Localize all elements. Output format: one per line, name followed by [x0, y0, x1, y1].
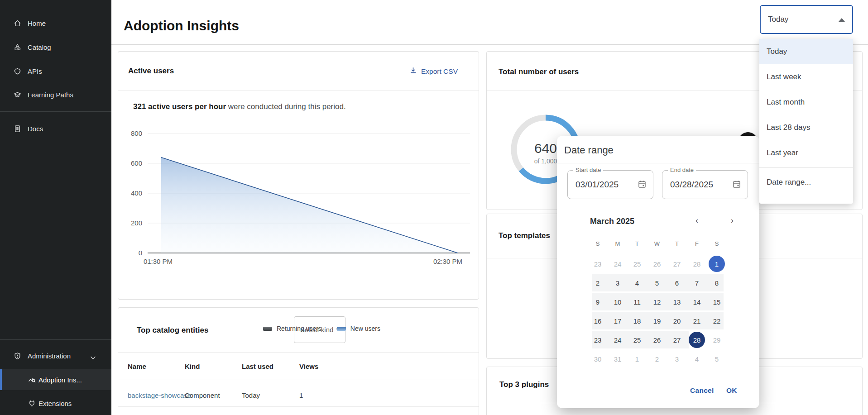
calendar-day-8[interactable]: 8: [709, 275, 725, 291]
calendar-day-12[interactable]: 12: [649, 294, 665, 310]
sidebar-item-learning-paths[interactable]: Learning Paths: [0, 87, 111, 102]
menu-item-last-week[interactable]: Last week: [759, 64, 853, 90]
sidebar-item-extensions[interactable]: Extensions: [0, 396, 111, 410]
sidebar-item-home[interactable]: Home: [0, 16, 111, 30]
calendar-icon[interactable]: [638, 180, 647, 191]
calendar-day-29[interactable]: 29: [709, 332, 725, 348]
previous-month-icon[interactable]: ‹: [695, 216, 698, 225]
calendar-day-23[interactable]: 23: [590, 332, 606, 348]
apis-icon: [14, 67, 21, 75]
cancel-button[interactable]: Cancel: [687, 384, 717, 397]
start-date-field[interactable]: Start date 03/01/2025: [567, 170, 653, 199]
calendar-day-5[interactable]: 5: [649, 275, 665, 291]
calendar-day-14[interactable]: 14: [689, 294, 705, 310]
svg-text:600: 600: [131, 159, 142, 167]
card-header-divider: [118, 352, 479, 353]
calendar-day-31[interactable]: 31: [609, 351, 626, 367]
next-month-icon[interactable]: ›: [731, 216, 734, 225]
export-csv-label: Export CSV: [421, 67, 458, 76]
adoption-insights-icon: [28, 376, 36, 384]
chevron-down-icon[interactable]: [90, 353, 96, 361]
svg-text:01:30 PM: 01:30 PM: [144, 258, 173, 264]
column-header-views: Views: [299, 363, 318, 370]
sidebar-item-label: Learning Paths: [28, 91, 73, 99]
calendar-day-13[interactable]: 13: [669, 294, 685, 310]
sidebar-item-apis[interactable]: APIs: [0, 64, 111, 78]
calendar-day-30[interactable]: 30: [590, 351, 606, 367]
calendar-day-6[interactable]: 6: [669, 275, 685, 291]
calendar-day-1[interactable]: 1: [629, 351, 645, 367]
day-of-week-header: T: [629, 240, 645, 247]
calendar-day-26[interactable]: 26: [649, 256, 665, 272]
column-header-last-used: Last used: [242, 363, 273, 370]
dialog-title: Date range: [564, 144, 614, 156]
calendar-day-28[interactable]: 28: [689, 256, 705, 272]
calendar-day-27[interactable]: 27: [669, 256, 685, 272]
sidebar-item-administration[interactable]: Administration: [0, 348, 111, 363]
plug-icon: [28, 400, 36, 407]
menu-item-last-month[interactable]: Last month: [759, 90, 853, 115]
calendar-day-23[interactable]: 23: [590, 256, 606, 272]
end-date-field[interactable]: End date 03/28/2025: [662, 170, 748, 199]
entity-link[interactable]: backstage-showcase: [128, 391, 191, 399]
returning-users-swatch: [263, 327, 272, 331]
card-title: Top 3 plugins: [499, 380, 549, 389]
page-title: Adoption Insights: [124, 18, 239, 33]
calendar-day-2[interactable]: 2: [590, 275, 606, 291]
entity-kind: Component: [185, 391, 220, 399]
calendar-day-7[interactable]: 7: [689, 275, 705, 291]
new-users-swatch: [337, 327, 346, 331]
calendar-day-11[interactable]: 11: [629, 294, 645, 310]
calendar-day-28[interactable]: 28: [689, 332, 705, 348]
menu-item-last-year[interactable]: Last year: [759, 140, 853, 166]
start-date-label: Start date: [573, 167, 603, 173]
sidebar-divider: [0, 339, 111, 340]
calendar-day-4[interactable]: 4: [629, 275, 645, 291]
svg-text:0: 0: [139, 249, 142, 257]
calendar-day-20[interactable]: 20: [669, 313, 685, 329]
entity-last-used: Today: [242, 391, 260, 399]
sidebar-item-label: Docs: [28, 125, 43, 133]
calendar-day-1[interactable]: 1: [709, 256, 725, 272]
sidebar-item-adoption-insights[interactable]: Adoption Ins...: [0, 369, 111, 390]
calendar-icon[interactable]: [732, 180, 741, 191]
sidebar-item-catalog[interactable]: Catalog: [0, 40, 111, 54]
calendar-day-17[interactable]: 17: [609, 313, 626, 329]
entity-views: 1: [299, 391, 303, 399]
calendar-day-19[interactable]: 19: [649, 313, 665, 329]
sidebar-item-label: APIs: [28, 67, 42, 75]
calendar-day-3[interactable]: 3: [669, 351, 685, 367]
calendar-day-5[interactable]: 5: [709, 351, 725, 367]
period-select[interactable]: Today: [760, 5, 853, 34]
calendar-day-25[interactable]: 25: [629, 332, 645, 348]
table-row-divider: [118, 380, 479, 380]
menu-item-today[interactable]: Today: [759, 39, 853, 64]
calendar-day-15[interactable]: 15: [709, 294, 725, 310]
calendar-day-2[interactable]: 2: [649, 351, 665, 367]
calendar-day-3[interactable]: 3: [609, 275, 626, 291]
calendar-day-4[interactable]: 4: [689, 351, 705, 367]
calendar-month-label: March 2025: [590, 217, 634, 226]
active-users-card: Active users Export CSV 321 active users…: [118, 51, 479, 300]
calendar-day-22[interactable]: 22: [709, 313, 725, 329]
sidebar-item-label: Administration: [28, 352, 71, 360]
calendar-day-24[interactable]: 24: [609, 332, 626, 348]
calendar-day-18[interactable]: 18: [629, 313, 645, 329]
shield-icon: [14, 352, 21, 360]
card-header-divider: [118, 90, 479, 91]
calendar-day-9[interactable]: 9: [590, 294, 606, 310]
menu-item-date-range[interactable]: Date range...: [759, 170, 853, 195]
calendar-day-16[interactable]: 16: [590, 313, 606, 329]
calendar-day-10[interactable]: 10: [609, 294, 626, 310]
calendar-day-25[interactable]: 25: [629, 256, 645, 272]
export-csv-button[interactable]: Export CSV: [409, 67, 458, 76]
calendar-day-24[interactable]: 24: [609, 256, 626, 272]
calendar-day-26[interactable]: 26: [649, 332, 665, 348]
calendar-day-21[interactable]: 21: [689, 313, 705, 329]
sidebar-item-docs[interactable]: Docs: [0, 121, 111, 136]
chart-legend: Returning users New users: [263, 325, 380, 332]
ok-button[interactable]: OK: [724, 384, 740, 397]
menu-item-last-28-days[interactable]: Last 28 days: [759, 115, 853, 140]
calendar-day-27[interactable]: 27: [669, 332, 685, 348]
legend-label-new: New users: [350, 325, 380, 332]
